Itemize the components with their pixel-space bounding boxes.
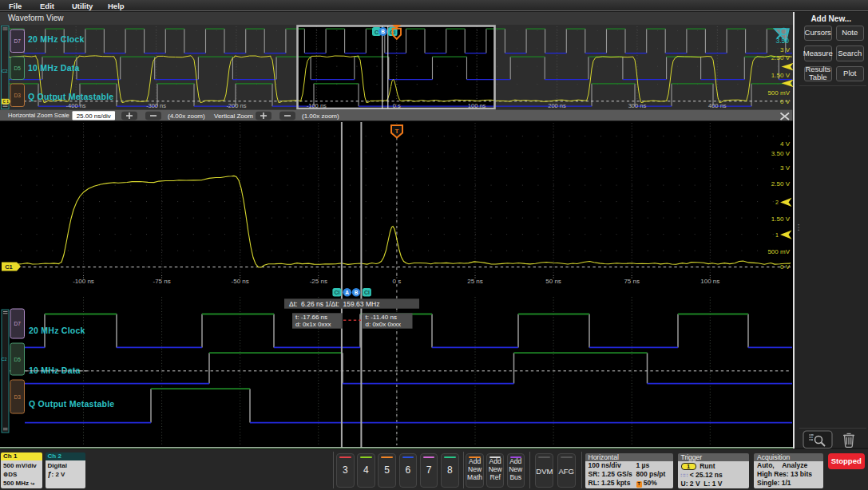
svg-text:-75 ns: -75 ns <box>153 278 170 285</box>
svg-text:d: 0x0x 0xxx: d: 0x0x 0xxx <box>366 321 401 328</box>
svg-text:20 MHz Clock: 20 MHz Clock <box>28 34 85 44</box>
svg-text:C: C <box>375 30 379 35</box>
svg-text:2.50 V: 2.50 V <box>771 54 791 61</box>
svg-text:100 ns: 100 ns <box>468 102 486 109</box>
svg-text:1.50 V: 1.50 V <box>771 215 791 223</box>
svg-text:B: B <box>355 290 359 295</box>
svg-text:t: -17.66 ns: t: -17.66 ns <box>295 314 327 321</box>
svg-text:D3: D3 <box>14 394 22 400</box>
svg-text:4 V: 4 V <box>780 140 791 148</box>
svg-text:D5: D5 <box>14 65 22 71</box>
svg-text:50 ns: 50 ns <box>545 278 561 285</box>
svg-text:100 ns: 100 ns <box>700 278 719 285</box>
svg-text:1.50 V: 1.50 V <box>771 72 791 79</box>
svg-text:C2: C2 <box>2 69 8 73</box>
svg-text:d: 0x1x 0xxx: d: 0x1x 0xxx <box>295 321 331 328</box>
svg-text:Horizontal Zoom Scale: Horizontal Zoom Scale <box>8 112 69 119</box>
svg-text:t: -11.40 ns: t: -11.40 ns <box>366 314 397 321</box>
svg-text:D5: D5 <box>14 357 22 362</box>
svg-text:-50 ns: -50 ns <box>232 278 249 285</box>
svg-text:(1.00x zoom): (1.00x zoom) <box>302 113 339 120</box>
svg-text:2.50 V: 2.50 V <box>771 180 791 188</box>
svg-text:0 V: 0 V <box>780 263 791 271</box>
svg-text:3 V: 3 V <box>780 46 791 53</box>
svg-text:200 ns: 200 ns <box>548 102 566 109</box>
svg-text:Q Output Metastable: Q Output Metastable <box>28 92 113 101</box>
svg-text:A: A <box>345 290 349 295</box>
svg-text:D7: D7 <box>14 321 22 326</box>
svg-text:3.50 V: 3.50 V <box>771 150 791 157</box>
svg-text:Q Output Metastable: Q Output Metastable <box>29 399 114 409</box>
svg-text:20 MHz Clock: 20 MHz Clock <box>29 326 85 335</box>
svg-text:10 MHz Data: 10 MHz Data <box>28 63 80 73</box>
svg-text:500 mV: 500 mV <box>767 89 790 97</box>
svg-text:0 s: 0 s <box>393 102 401 109</box>
svg-text:25.00 ns/div: 25.00 ns/div <box>77 113 111 120</box>
svg-text:Cl: Cl <box>334 290 339 295</box>
svg-text:2: 2 <box>775 200 779 205</box>
svg-text:300 ns: 300 ns <box>628 102 647 109</box>
svg-text:3.50: 3.50 <box>775 37 789 45</box>
svg-text:D3: D3 <box>14 93 22 98</box>
svg-text:-25 ns: -25 ns <box>310 278 327 285</box>
svg-text:3 V: 3 V <box>780 164 791 172</box>
svg-text:-400 ns: -400 ns <box>66 102 86 109</box>
svg-text:(4.00x zoom): (4.00x zoom) <box>168 113 205 120</box>
svg-text:0 V: 0 V <box>780 98 791 105</box>
svg-text:B: B <box>381 29 385 34</box>
svg-text:500 mV: 500 mV <box>767 248 790 255</box>
svg-text:-100 ns: -100 ns <box>307 102 327 109</box>
svg-text:T: T <box>395 128 399 135</box>
svg-text:C1: C1 <box>5 263 13 271</box>
svg-text:D7: D7 <box>14 38 22 44</box>
svg-text:400 ns: 400 ns <box>708 102 727 109</box>
svg-text:-100 ns: -100 ns <box>73 278 94 285</box>
svg-text:-200 ns: -200 ns <box>226 102 246 109</box>
svg-text:1: 1 <box>775 232 779 238</box>
svg-text:Cl: Cl <box>364 290 370 295</box>
svg-text:0 s: 0 s <box>393 278 402 285</box>
svg-text:75 ns: 75 ns <box>624 278 640 285</box>
svg-text:C2: C2 <box>2 357 7 362</box>
svg-text:-300 ns: -300 ns <box>146 102 166 109</box>
svg-text:Δt: 6.26 ns 1/Δt: 159.63 MHz: Δt: 6.26 ns 1/Δt: 159.63 MHz <box>289 300 379 308</box>
svg-text:Vertical Zoom: Vertical Zoom <box>214 113 253 120</box>
svg-text:C 1: C 1 <box>3 100 10 104</box>
svg-text:25 ns: 25 ns <box>467 278 483 285</box>
